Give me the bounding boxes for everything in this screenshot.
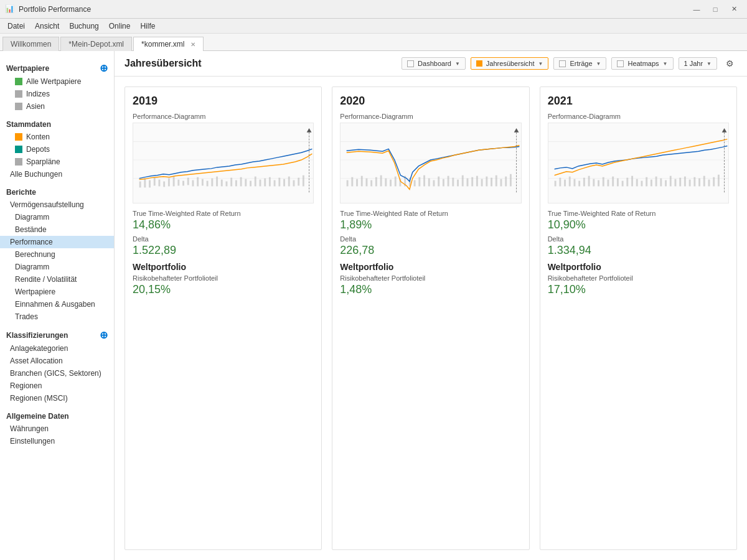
heatmaps-button[interactable]: Heatmaps ▼ (611, 57, 673, 70)
sidebar-item-performance[interactable]: Performance (0, 236, 114, 248)
portfolio-pct-2020: 1,48% (340, 283, 521, 296)
delta-value-2020: 226,78 (340, 244, 521, 257)
ttwror-value-2021: 10,90% (548, 218, 729, 231)
delta-label-2021: Delta (548, 235, 729, 243)
sidebar-item-regionen[interactable]: Regionen (0, 380, 114, 392)
menu-datei[interactable]: Datei (2, 21, 30, 32)
ttwror-value-2019: 14,86% (133, 218, 314, 231)
menu-online[interactable]: Online (104, 21, 136, 32)
svg-rect-102 (646, 177, 647, 187)
svg-rect-60 (428, 179, 430, 187)
svg-rect-83 (554, 181, 556, 187)
svg-rect-109 (679, 178, 681, 187)
svg-rect-12 (182, 181, 184, 186)
settings-gear-button[interactable]: ⚙ (722, 56, 737, 71)
dashboard-button[interactable]: Dashboard ▼ (402, 57, 466, 70)
sidebar-item-depots[interactable]: Depots (0, 143, 114, 156)
svg-rect-89 (583, 178, 585, 187)
svg-rect-69 (472, 177, 474, 187)
svg-rect-76 (505, 177, 507, 187)
maximize-button[interactable]: □ (707, 3, 723, 16)
svg-rect-93 (602, 177, 604, 187)
sidebar-item-alle-wertpapiere[interactable]: Alle Wertpapiere (0, 75, 114, 88)
svg-rect-45 (356, 179, 358, 187)
sidebar-item-alle-buchungen[interactable]: Alle Buchungen (0, 168, 114, 180)
svg-rect-66 (457, 180, 459, 187)
portfolio-name-2019: Weltportfolio (133, 262, 314, 272)
sidebar-section-berichte: Berichte (0, 184, 114, 198)
tab-kommer[interactable]: *kommer.xml ✕ (133, 37, 204, 51)
sidebar-item-anlagekategorien[interactable]: Anlagekategorien (0, 342, 114, 355)
sidebar-item-asien[interactable]: Asien (0, 100, 114, 113)
svg-rect-70 (476, 176, 478, 187)
svg-rect-90 (588, 176, 590, 187)
svg-rect-16 (202, 179, 204, 186)
sidebar-item-konten[interactable]: Konten (0, 131, 114, 143)
sidebar-item-rendite-volatilitat[interactable]: Rendite / Volatilität (0, 273, 114, 286)
sidebar-item-sparplane[interactable]: Sparpläne (0, 156, 114, 168)
svg-rect-8 (163, 182, 165, 187)
svg-rect-75 (500, 179, 502, 187)
sidebar-item-regionen-msci[interactable]: Regionen (MSCI) (0, 392, 114, 404)
menu-hilfe[interactable]: Hilfe (135, 21, 160, 32)
svg-rect-32 (278, 178, 280, 187)
svg-rect-61 (433, 180, 435, 187)
asien-icon (15, 103, 22, 110)
portfolio-name-2021: Weltportfolio (548, 262, 729, 272)
window-controls: — □ ✕ (688, 3, 742, 16)
svg-rect-87 (573, 179, 575, 187)
jahresubersicht-color-icon (476, 60, 482, 67)
portfolio-sub-2020: Risikobehafteter Portfolioteil (340, 274, 521, 282)
dashboard-chevron-icon: ▼ (455, 61, 460, 67)
sidebar-item-diagramm1[interactable]: Diagramm (0, 211, 114, 223)
sidebar-item-bestande[interactable]: Bestände (0, 223, 114, 236)
svg-rect-74 (496, 175, 497, 187)
sidebar-item-diagramm2[interactable]: Diagramm (0, 261, 114, 273)
sidebar-item-asset-allocation[interactable]: Asset Allocation (0, 355, 114, 367)
sidebar-item-trades[interactable]: Trades (0, 310, 114, 323)
content-header: Jahresübersicht Dashboard ▼ Jahresübersi… (115, 51, 747, 77)
svg-marker-79 (514, 128, 519, 133)
sidebar-item-einnahmen-ausgaben[interactable]: Einnahmen & Ausgaben (0, 298, 114, 310)
sidebar-item-einstellungen[interactable]: Einstellungen (0, 435, 114, 447)
sidebar: Wertpapiere ⊕ Alle Wertpapiere Indizes A… (0, 51, 115, 560)
svg-rect-115 (708, 180, 710, 187)
svg-rect-98 (626, 178, 628, 187)
add-klassifizierung-button[interactable]: ⊕ (100, 330, 108, 340)
svg-rect-116 (713, 177, 715, 187)
menu-ansicht[interactable]: Ansicht (30, 21, 64, 32)
menu-bar: Datei Ansicht Buchung Online Hilfe (0, 19, 747, 34)
add-wertpapier-button[interactable]: ⊕ (100, 63, 108, 73)
app-title: Portfolio Performance (19, 5, 688, 14)
jahresubersicht-button[interactable]: Jahresübersicht ▼ (471, 57, 549, 70)
title-bar: 📊 Portfolio Performance — □ ✕ (0, 0, 747, 19)
close-button[interactable]: ✕ (726, 3, 742, 16)
period-button[interactable]: 1 Jahr ▼ (679, 57, 718, 70)
year-label-2019: 2019 (133, 95, 314, 108)
svg-rect-77 (510, 174, 512, 187)
svg-rect-96 (617, 179, 619, 187)
sidebar-item-berechnung[interactable]: Berechnung (0, 248, 114, 261)
menu-buchung[interactable]: Buchung (64, 21, 103, 32)
tab-willkommen[interactable]: Willkommen (2, 37, 59, 51)
delta-label-2020: Delta (340, 235, 521, 243)
svg-rect-94 (607, 180, 609, 187)
svg-rect-53 (395, 177, 397, 187)
sidebar-item-wahrungen[interactable]: Währungen (0, 422, 114, 435)
ertrage-button[interactable]: Erträge ▼ (553, 57, 606, 70)
sidebar-item-indizes[interactable]: Indizes (0, 88, 114, 100)
svg-rect-106 (665, 180, 667, 187)
portfolio-sub-2021: Risikobehafteter Portfolioteil (548, 274, 729, 282)
svg-rect-67 (462, 175, 464, 187)
sidebar-item-vermogensaufstellung[interactable]: Vermögensaufstellung (0, 198, 114, 211)
svg-rect-103 (651, 180, 652, 187)
svg-rect-3 (139, 182, 141, 188)
sidebar-item-wertpapiere[interactable]: Wertpapiere (0, 286, 114, 298)
svg-rect-44 (352, 177, 354, 187)
wertpapiere-icon (15, 78, 22, 85)
svg-rect-57 (414, 180, 416, 187)
tab-mein-depot[interactable]: *Mein-Depot.xml (60, 37, 132, 51)
minimize-button[interactable]: — (688, 3, 705, 16)
tab-close-icon[interactable]: ✕ (190, 41, 195, 48)
sidebar-item-branchen[interactable]: Branchen (GICS, Sektoren) (0, 367, 114, 380)
